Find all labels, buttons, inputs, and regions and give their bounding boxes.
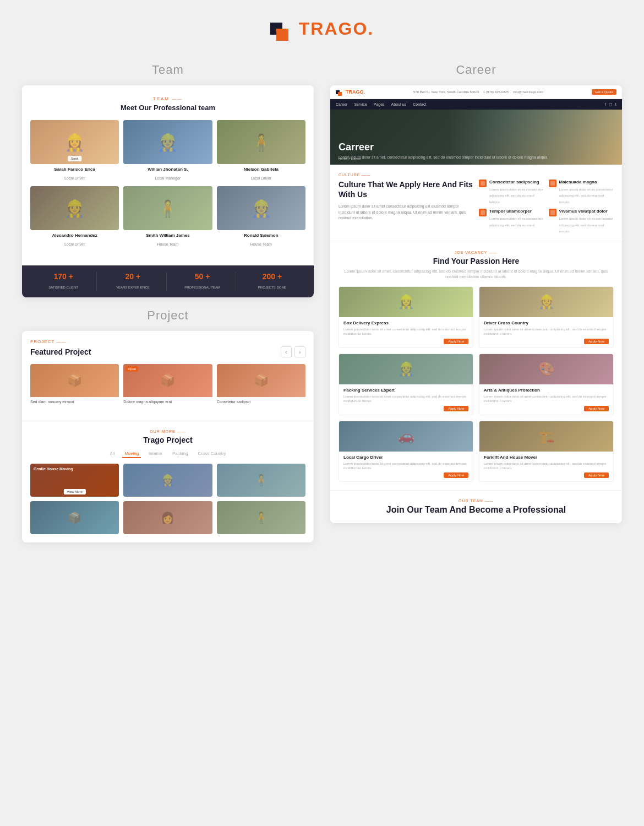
feature-text: Lorem ipsum dolor sit es consectetur adi… <box>559 217 613 233</box>
trago-item: 🧍 <box>217 464 305 497</box>
apply-button[interactable]: Apply Now <box>444 406 468 411</box>
feature-icon-2 <box>549 180 556 187</box>
job-title: Arts & Antiques Protection <box>484 388 609 393</box>
member-name: Willian Jhonatan S. <box>123 167 212 172</box>
job-title: Packing Services Expert <box>343 388 468 393</box>
logo: TRAGO. <box>270 17 374 41</box>
next-button[interactable]: › <box>294 346 305 357</box>
trago-grid: Gentle House Moving View More 👷 <box>30 464 305 534</box>
twitter-icon[interactable]: t <box>615 102 616 107</box>
job-item-1: 👷‍♀️ Box Delivery Express Lorem ipsum do… <box>339 286 473 348</box>
feature-2: Malesuada magna Lorem ipsum dolor sit es… <box>549 180 614 204</box>
trago-item: Gentle House Moving View More <box>30 464 119 497</box>
team-member: 👷 Ronald Salemon House Team <box>217 186 305 248</box>
apply-button[interactable]: Apply Now <box>584 472 609 478</box>
feature-title: Consectetur sadipscing <box>489 180 544 184</box>
apply-button[interactable]: Apply Now <box>444 339 468 344</box>
nav-link-career[interactable]: Career <box>336 102 347 106</box>
job-title: Local Cargo Driver <box>343 455 468 460</box>
feature-text: Lorem ipsum dolor sit es consectetur adi… <box>559 188 613 204</box>
logo-icon <box>270 17 294 41</box>
feature-icon-4 <box>549 209 556 216</box>
career-section-label: Career <box>330 63 622 77</box>
team-card: TEAM Meet Our Professional team 👷‍♀️ Sar… <box>22 85 314 297</box>
trago-project: OUR MORE Trago Project All Moving Interi… <box>22 421 314 542</box>
career-section: Career TRAGO. 570 Bell St. New York, So <box>330 63 622 523</box>
join-section: OUR TEAM Join Our Team And Become a Prof… <box>330 490 622 523</box>
project-section-label: Project <box>22 308 314 323</box>
svg-rect-1 <box>276 29 288 41</box>
member-name: Ronald Salemon <box>217 233 305 238</box>
career-card: TRAGO. 570 Bell St. New York, South Caro… <box>330 85 622 523</box>
project-label: Consetetur sadipsci <box>217 399 305 404</box>
team-member: 🧍 Smith William James House Team <box>123 186 212 248</box>
featured-project-item: 📦 Sed diam nonumy eirmod <box>30 364 119 404</box>
nav-logo-icon <box>336 88 343 96</box>
feature-3: Tempor ullamcorper Lorem ipsum dolor sit… <box>479 209 544 233</box>
job-item-3: 👷 Packing Services Expert Lorem ipsum do… <box>339 354 473 415</box>
job-text: Lorem ipsum dolor tanis sit amet consect… <box>343 327 468 336</box>
member-role: Local Manager <box>155 176 181 180</box>
filter-all[interactable]: All <box>107 450 117 458</box>
apply-button[interactable]: Apply Now <box>444 472 468 478</box>
right-column: Career TRAGO. 570 Bell St. New York, So <box>330 63 622 553</box>
featured-projects-grid: 📦 Sed diam nonumy eirmod 📦 Open Dolore m… <box>30 364 305 404</box>
apply-button[interactable]: Apply Now <box>584 339 609 344</box>
project-label: Sed diam nonumy eirmod <box>30 399 119 404</box>
job-text: Lorem ipsum dolor tanis sit amet consect… <box>484 327 609 336</box>
nav-link-contact[interactable]: Contact <box>413 102 426 106</box>
get-quote-button[interactable]: Get a Quote <box>592 89 616 95</box>
left-column: Team TEAM Meet Our Professional team 👷‍♀… <box>22 63 314 553</box>
view-more-button[interactable]: View More <box>64 489 86 494</box>
stat-number: 200 + <box>239 272 305 281</box>
job-title: Box Delivery Express <box>343 320 468 325</box>
nav-link-about[interactable]: About us <box>391 102 407 106</box>
instagram-icon[interactable]: ◻ <box>609 102 613 107</box>
stat-experience: 20 + Years Experience <box>100 272 166 291</box>
join-label: OUR TEAM <box>339 499 614 503</box>
stat-label: Years Experience <box>116 286 150 289</box>
culture-section: CULTURE Culture That We Apply Here And F… <box>330 165 622 242</box>
filter-interior[interactable]: Interior <box>146 450 165 458</box>
join-title: Join Our Team And Become a Professional <box>339 505 614 515</box>
job-text: Lorem ipsum dolor tanis sit amet consect… <box>343 394 468 404</box>
browser-top-bar: TRAGO. 570 Bell St. New York, South Caro… <box>330 85 622 99</box>
stat-team: 50 + Professional Team <box>170 272 236 291</box>
filter-cross[interactable]: Cross Country <box>195 450 228 458</box>
featured-project-item: 📦 Consetetur sadipsci <box>217 364 305 404</box>
jobs-section: JOB VACANCY Find Your Passion Here Lorem… <box>330 242 622 490</box>
job-title: Driver Cross Country <box>484 320 609 325</box>
apply-button[interactable]: Apply Now <box>584 406 609 411</box>
nav-link-pages[interactable]: Pages <box>374 102 385 106</box>
culture-text-block: Culture That We Apply Here And Fits With… <box>339 180 473 227</box>
nav-dark-bar: Career Service Pages About us Contact f … <box>330 99 622 110</box>
main-content: Team TEAM Meet Our Professional team 👷‍♀… <box>0 52 644 575</box>
hero-text: Lorem ipsum dolor sit amet, consectetur … <box>339 155 548 159</box>
nav-email: info@mail.trago.com <box>513 90 543 94</box>
breadcrumb: Home > Career <box>339 157 361 160</box>
nav-link-service[interactable]: Service <box>354 102 367 106</box>
culture-features: Consectetur sadipscing Lorem ipsum dolor… <box>479 180 614 233</box>
team-section-label: Team <box>22 63 314 77</box>
member-name: Sarah Farisco Erica <box>30 167 119 172</box>
project-subtitle: PROJECT <box>30 339 305 344</box>
trago-tag: Gentle House Moving <box>34 467 116 471</box>
filter-packing[interactable]: Packing <box>170 450 190 458</box>
culture-label: CULTURE <box>339 173 614 177</box>
svg-rect-3 <box>338 92 342 96</box>
feature-title: Tempor ullamcorper <box>489 209 544 214</box>
jobs-grid: 👷‍♀️ Box Delivery Express Lorem ipsum do… <box>339 286 614 482</box>
feature-text: Lorem ipsum dolor sit es consectetur adi… <box>489 188 543 204</box>
team-grid: 👷‍♀️ Sarah Sarah Farisco Erica Local Dri… <box>30 120 305 248</box>
prev-button[interactable]: ‹ <box>281 346 292 357</box>
stat-number: 20 + <box>100 272 166 281</box>
job-text: Lorem ipsum dolor tanis sit amet consect… <box>343 461 468 471</box>
facebook-icon[interactable]: f <box>605 102 606 107</box>
member-name: Nielson Gabriela <box>217 167 305 172</box>
project-title: Featured Project <box>30 347 91 356</box>
nav-address: 570 Bell St. New York, South Carolina 60… <box>413 90 479 94</box>
nav-phone: 1 (876) 435-0825 <box>483 90 509 94</box>
social-icons: f ◻ t <box>605 102 616 107</box>
filter-moving[interactable]: Moving <box>122 450 141 458</box>
feature-4: Vivamus volutpat dolor Lorem ipsum dolor… <box>549 209 614 233</box>
